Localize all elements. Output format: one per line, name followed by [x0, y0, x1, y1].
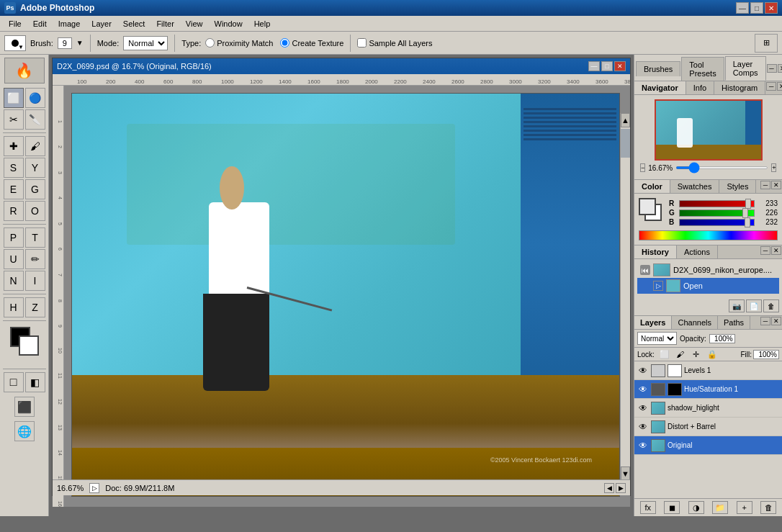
tab-swatches[interactable]: Swatches — [670, 180, 720, 193]
close-button[interactable]: ✕ — [765, 2, 778, 14]
eyedropper-tool[interactable]: I — [25, 271, 45, 291]
doc-titlebar-controls[interactable]: — □ ✕ — [588, 61, 626, 71]
doc-close-button[interactable]: ✕ — [614, 61, 626, 71]
status-left-btn[interactable]: ◀ — [604, 483, 614, 493]
menu-filter[interactable]: Filter — [150, 18, 179, 30]
marquee-tool[interactable]: ⬜ — [4, 88, 24, 108]
brush-dropdown-arrow[interactable]: ▼ — [76, 39, 84, 47]
vscroll-thumb[interactable] — [621, 129, 630, 158]
history-close-btn[interactable]: ✕ — [771, 246, 781, 255]
image-canvas[interactable]: ©2005 Vincent Bockaert 123di.com — [71, 93, 620, 497]
imageready-btn[interactable]: 🌐 — [14, 421, 35, 441]
healing-brush-tool[interactable]: ✚ — [4, 136, 24, 156]
blur-tool[interactable]: R — [4, 201, 24, 221]
menu-window[interactable]: Window — [209, 18, 248, 30]
tab-paths[interactable]: Paths — [718, 316, 750, 329]
menu-select[interactable]: Select — [117, 18, 151, 30]
r-slider[interactable] — [679, 200, 755, 207]
menu-file[interactable]: File — [3, 18, 27, 30]
layer-vis-distort[interactable]: 👁 — [637, 421, 649, 433]
dodge-tool[interactable]: O — [25, 201, 45, 221]
hand-tool[interactable]: H — [4, 297, 24, 317]
layer-delete-btn[interactable]: 🗑 — [760, 501, 776, 514]
color-collapse-btn[interactable]: ─ — [760, 181, 770, 189]
color-close-btn[interactable]: ✕ — [771, 181, 781, 189]
background-color[interactable] — [19, 335, 39, 356]
fill-value[interactable] — [753, 350, 779, 359]
top-panel-collapse-btn[interactable]: ─ — [767, 64, 777, 73]
tab-layers[interactable]: Layers — [634, 316, 672, 329]
quick-mask-mode[interactable]: ◧ — [25, 372, 45, 392]
history-file-thumb[interactable] — [653, 263, 670, 276]
layer-row-huesat[interactable]: 👁 Hue/Saturation 1 — [634, 380, 782, 399]
pen-tool[interactable]: ✏ — [25, 249, 45, 269]
sample-all-layers-checkbox[interactable] — [357, 38, 367, 48]
lock-all-icon[interactable]: 🔒 — [706, 349, 718, 359]
sample-all-layers-option[interactable]: Sample All Layers — [357, 38, 432, 48]
r-slider-handle[interactable] — [745, 199, 751, 209]
history-snapshot-btn[interactable]: 📷 — [729, 299, 745, 312]
history-collapse-btn[interactable]: ─ — [760, 246, 770, 255]
navigator-close-btn[interactable]: ✕ — [777, 82, 782, 91]
shape-tool[interactable]: U — [4, 249, 24, 269]
text-tool[interactable]: T — [25, 227, 45, 248]
options-palette-btn[interactable]: ⊞ — [755, 34, 778, 53]
history-open-row[interactable]: ▷ Open — [637, 278, 779, 294]
slice-tool[interactable]: 🔪 — [25, 109, 45, 130]
minimize-button[interactable]: — — [736, 2, 749, 14]
layer-row-levels1[interactable]: 👁 Levels 1 — [634, 361, 782, 380]
menu-layer[interactable]: Layer — [86, 18, 117, 30]
menu-edit[interactable]: Edit — [27, 18, 53, 30]
crop-tool[interactable]: ✂ — [4, 109, 24, 130]
screen-mode[interactable]: ⬛ — [14, 397, 35, 417]
b-slider[interactable] — [679, 219, 755, 226]
zoom-out-btn[interactable]: − — [640, 163, 645, 172]
vertical-scrollbar[interactable]: ▲ ▼ — [620, 113, 630, 481]
doc-maximize-button[interactable]: □ — [601, 61, 613, 71]
layer-vis-original[interactable]: 👁 — [637, 440, 649, 451]
layers-close-btn[interactable]: ✕ — [771, 317, 781, 325]
tab-actions[interactable]: Actions — [677, 245, 718, 258]
notes-tool[interactable]: N — [4, 271, 24, 291]
tab-info[interactable]: Info — [686, 81, 714, 94]
menu-image[interactable]: Image — [53, 18, 86, 30]
layer-adj-btn[interactable]: ◑ — [688, 501, 704, 514]
layer-vis-levels1[interactable]: 👁 — [637, 365, 649, 377]
menu-view[interactable]: View — [180, 18, 209, 30]
g-slider[interactable] — [679, 209, 755, 217]
proximity-match-radio[interactable] — [205, 38, 215, 48]
status-right-btn[interactable]: ▶ — [616, 483, 626, 493]
maximize-button[interactable]: □ — [750, 2, 763, 14]
tab-tool-presets[interactable]: Tool Presets — [681, 57, 724, 81]
lasso-tool[interactable]: 🔵 — [25, 88, 45, 108]
nav-preview-thumbnail[interactable] — [655, 99, 763, 161]
tab-channels[interactable]: Channels — [672, 316, 717, 329]
opacity-value[interactable] — [709, 334, 735, 343]
layer-fx-btn[interactable]: fx — [640, 501, 656, 514]
layer-mask-btn[interactable]: ◼ — [664, 501, 680, 514]
brush-preview[interactable]: ▼ — [4, 35, 26, 51]
history-brush-tool[interactable]: Y — [25, 158, 45, 178]
blend-mode-select[interactable]: Normal — [637, 332, 677, 345]
create-texture-option[interactable]: Create Texture — [280, 38, 343, 48]
mode-select[interactable]: Normal — [123, 36, 168, 50]
layer-vis-huesat[interactable]: 👁 — [637, 384, 649, 395]
path-tool[interactable]: P — [4, 227, 24, 248]
layer-row-distort[interactable]: 👁 Distort + Barrel — [634, 418, 782, 436]
b-slider-handle[interactable] — [745, 217, 750, 227]
proximity-match-option[interactable]: Proximity Match — [205, 38, 273, 48]
lock-transparent-icon[interactable]: ⬜ — [659, 349, 670, 359]
tab-styles[interactable]: Styles — [719, 180, 756, 193]
layer-group-btn[interactable]: 📁 — [712, 501, 728, 514]
menu-help[interactable]: Help — [248, 18, 277, 30]
fill-tool[interactable]: G — [25, 179, 45, 199]
tab-navigator[interactable]: Navigator — [634, 81, 686, 94]
vscroll-down-btn[interactable]: ▼ — [621, 466, 630, 481]
tab-color[interactable]: Color — [634, 180, 670, 193]
vscroll-up-btn[interactable]: ▲ — [621, 113, 630, 127]
zoom-slider[interactable] — [675, 166, 768, 169]
brush-tool[interactable]: 🖌 — [25, 136, 45, 156]
clone-stamp-tool[interactable]: S — [4, 158, 24, 178]
history-new-doc-btn[interactable]: 📄 — [746, 299, 762, 312]
zoom-in-btn[interactable]: + — [771, 163, 776, 172]
